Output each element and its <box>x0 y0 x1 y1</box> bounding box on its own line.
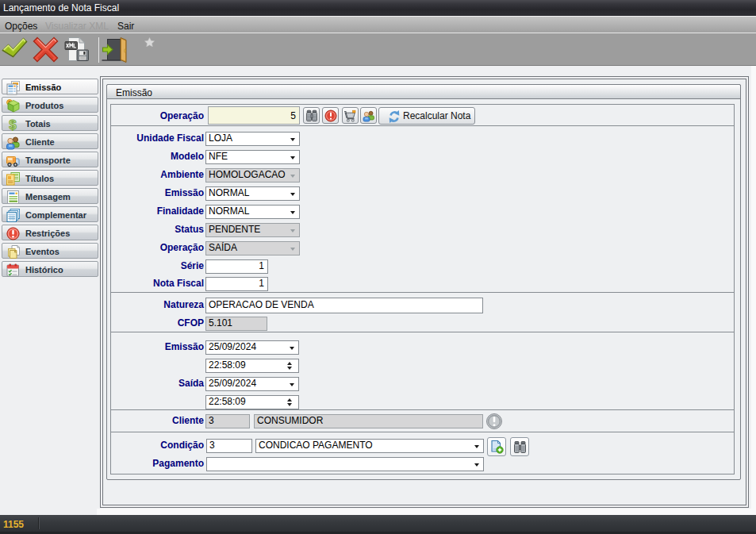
svg-text:$: $ <box>9 117 17 133</box>
